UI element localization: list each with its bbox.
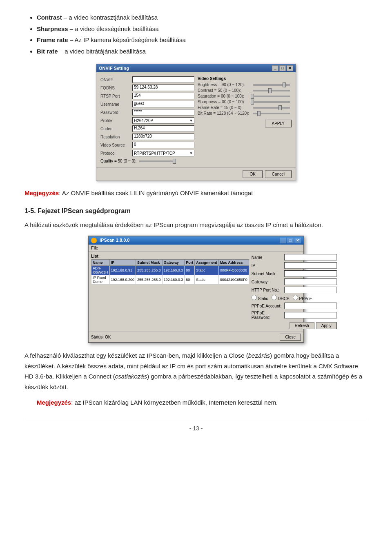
onvif-ok-button[interactable]: OK: [243, 170, 262, 178]
onvif-quality-label: Quality = 50 (0 ~ 0):: [100, 159, 136, 163]
ipscan-detail-ip-input[interactable]: [284, 262, 337, 269]
onvif-input-password[interactable]: *****: [132, 109, 194, 116]
ipscan-detail-pppoe-pwd-label: PPPoE Password:: [252, 311, 284, 320]
ipscan-row1-gateway: 192.160.0.3: [162, 275, 185, 285]
table-row[interactable]: IP Fixed Dome 192.168.0.200 255.255.255.…: [91, 275, 249, 285]
note2-keyword: Megjegyzés: [37, 399, 71, 406]
onvif-minimize-btn[interactable]: _: [272, 65, 278, 71]
ipscan-titlebar: IPScan 1.8.0.0 _ □ ✕: [89, 236, 303, 245]
ipscan-list-table: Name IP Subnet Mask Gateway Port Assignm…: [91, 259, 249, 285]
note2-text: : az IPScan kizárólag LAN környezetben m…: [71, 399, 278, 406]
ipscan-refresh-button[interactable]: Refresh: [290, 322, 314, 329]
ipscan-detail-subnet-row: Subnet Mask:: [252, 270, 337, 277]
onvif-bitrate-label: Bit Rate = 1228 (64 ~ 6120):: [198, 111, 252, 116]
ipscan-titlebar-controls: _ □ ✕: [280, 238, 301, 243]
note2: Megjegyzés: az IPScan kizárólag LAN körn…: [24, 398, 368, 408]
ipscan-detail-name-label: Name: [252, 255, 284, 260]
onvif-cancel-button[interactable]: Cancel: [265, 170, 292, 178]
ipscan-apply-button[interactable]: Apply: [316, 322, 337, 329]
onvif-brightness-slider[interactable]: [253, 84, 290, 86]
onvif-input-resolution[interactable]: 1280x720: [132, 134, 194, 140]
bullet-bitrate-bold: Bit rate: [37, 48, 58, 55]
ipscan-detail-subnet-input[interactable]: [284, 270, 337, 277]
onvif-select-protocol[interactable]: RTP/RTSP/HTTP/TCP ▼: [132, 150, 194, 156]
ipscan-maximize-btn[interactable]: □: [287, 238, 294, 243]
bullet-contrast-bold: Contrast: [37, 14, 62, 21]
ipscan-row0-port: 80: [185, 266, 195, 275]
onvif-sharpness-slider[interactable]: [253, 101, 290, 103]
ipscan-minimize-btn[interactable]: _: [280, 238, 286, 243]
ipscan-list-label: List: [91, 254, 249, 258]
ipscan-detail-name-input[interactable]: [284, 254, 337, 261]
ipscan-radio-dhcp[interactable]: DHCP: [272, 295, 290, 301]
onvif-label-fqdns: FQDNS: [100, 86, 132, 90]
ipscan-radio-row: Static DHCP PPPoE: [252, 295, 337, 301]
onvif-input-rtsp[interactable]: 154: [132, 93, 194, 99]
onvif-input-onvif[interactable]: [132, 76, 194, 83]
ipscan-radio-static[interactable]: Static: [252, 295, 268, 301]
onvif-quality-row: Quality = 50 (0 ~ 0):: [100, 159, 194, 163]
ipscan-row0-ip: 192.168.0.91: [109, 266, 136, 275]
ipscan-detail-httpport-input[interactable]: [284, 287, 337, 293]
ipscan-row0-assignment: Static: [195, 266, 219, 275]
ipscan-detail-panel: Name IP Subnet Mask: Gateway: HTTP Port …: [252, 254, 337, 329]
ipscan-footer-right: Close: [280, 334, 301, 341]
page-number: - 13 -: [189, 425, 203, 432]
ipscan-col-mac: Mac Address: [218, 260, 249, 266]
ipscan-detail-gateway-input[interactable]: [284, 278, 337, 285]
ipscan-detail-name-row: Name: [252, 254, 337, 261]
onvif-input-videosource[interactable]: 0: [132, 142, 194, 148]
ipscan-radio-pppoe[interactable]: PPPoE: [293, 295, 312, 301]
onvif-left-panel: ONVIF FQDNS 59.124.63.28 RTSP Port 154 U…: [100, 76, 194, 163]
ipscan-menu[interactable]: File: [89, 245, 303, 252]
onvif-close-btn[interactable]: ✕: [287, 65, 293, 71]
onvif-label-videosource: Video Source: [100, 143, 132, 147]
ipscan-row1-subnet: 255.255.255.0: [136, 275, 163, 285]
ipscan-radio-static-input[interactable]: [252, 295, 257, 300]
ipscan-detail-pppoe-pwd-input[interactable]: [284, 312, 337, 318]
ipscan-radio-dhcp-input[interactable]: [272, 295, 277, 300]
table-row[interactable]: FDR-I06W03H 192.168.0.91 255.255.255.0 1…: [91, 266, 249, 275]
bullet-sharpness: Sharpness – a video élességének beállítá…: [37, 24, 368, 34]
ipscan-right-form: Name IP Subnet Mask: Gateway: HTTP Port …: [252, 254, 337, 329]
onvif-apply-row: APPLY: [198, 120, 292, 127]
onvif-label-codec: Codec: [100, 127, 132, 131]
ipscan-detail-gateway-label: Gateway:: [252, 280, 284, 284]
note1-keyword: Megjegyzés: [24, 189, 59, 196]
onvif-input-fqdns[interactable]: 59.124.63.28: [132, 85, 194, 91]
onvif-input-codec[interactable]: H.264: [132, 125, 194, 132]
onvif-label-protocol: Protocol: [100, 151, 132, 156]
onvif-dialog-body: ONVIF FQDNS 59.124.63.28 RTSP Port 154 U…: [96, 72, 296, 167]
onvif-title: ONVIF Setting: [99, 66, 129, 71]
bullet-bitrate: Bit rate – a video bitrátájának beállítá…: [37, 46, 368, 57]
onvif-contrast-slider[interactable]: [253, 90, 290, 91]
onvif-input-username[interactable]: guest: [132, 101, 194, 107]
onvif-saturation-slider[interactable]: [253, 96, 290, 97]
onvif-select-profile[interactable]: H264720P ▼: [132, 117, 194, 124]
ipscan-col-subnet: Subnet Mask: [136, 260, 163, 266]
ipscan-close-button[interactable]: Close: [280, 334, 301, 341]
onvif-bitrate-thumb: [257, 111, 261, 116]
ipscan-radio-pppoe-input[interactable]: [293, 295, 298, 300]
onvif-quality-slider[interactable]: [139, 160, 176, 162]
ipscan-col-name: Name: [91, 260, 110, 266]
onvif-dialog: ONVIF Setting _ □ ✕ ONVIF FQDNS 59.124.6…: [96, 64, 296, 181]
onvif-brightness-label: Brightness = 90 (0 ~ 120):: [198, 82, 252, 87]
onvif-quality-thumb: [173, 159, 176, 164]
onvif-field-codec: Codec H.264: [100, 125, 194, 132]
onvif-profile-value: H264720P: [134, 118, 153, 123]
onvif-apply-button[interactable]: APPLY: [265, 120, 292, 127]
ipscan-detail-httpport-label: HTTP Port No.:: [252, 288, 284, 292]
section-description: A hálózati eszközök megtalálása érdekébe…: [24, 220, 368, 230]
onvif-maximize-btn[interactable]: □: [279, 65, 286, 71]
onvif-bitrate-slider[interactable]: [253, 113, 290, 114]
onvif-framerate-slider[interactable]: [253, 107, 290, 109]
onvif-protocol-arrow: ▼: [189, 151, 193, 155]
ipscan-close-btn[interactable]: ✕: [294, 238, 301, 243]
ipscan-detail-buttons: Refresh Apply: [252, 322, 337, 329]
ipscan-row1-mac: 0004219C650F0: [218, 275, 249, 285]
ipscan-col-ip: IP: [109, 260, 136, 266]
note1: Megjegyzés: Az ONVIF beállítás csak LILI…: [24, 188, 368, 198]
ipscan-detail-pppoe-account-input[interactable]: [284, 303, 337, 309]
ipscan-list-panel: List Name IP Subnet Mask Gateway Port As…: [91, 254, 249, 329]
